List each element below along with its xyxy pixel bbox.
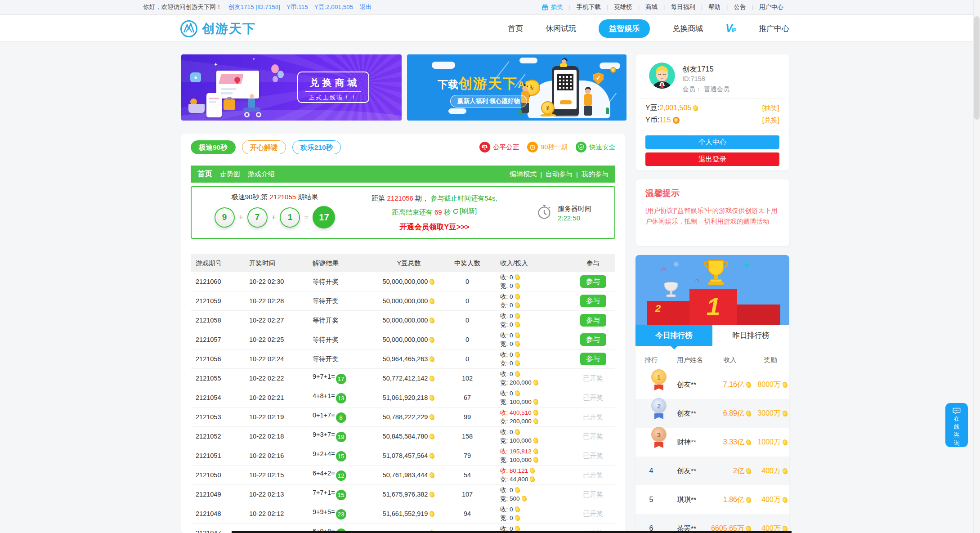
online-support-button[interactable]: 在线咨询 bbox=[945, 403, 968, 447]
rank-tab[interactable]: 昨日排行榜 bbox=[712, 325, 789, 346]
logo-icon bbox=[180, 20, 198, 38]
nav-item-首页[interactable]: 首页 bbox=[508, 23, 523, 34]
result-formula: 9+7+1= bbox=[313, 373, 335, 380]
cell-issue: 2121053 bbox=[191, 413, 249, 421]
illustration-person-head bbox=[250, 94, 254, 99]
illustration-basket bbox=[188, 104, 205, 113]
profile-button[interactable]: 个人中心 bbox=[645, 135, 779, 149]
subnav-item[interactable]: 游戏介绍 bbox=[248, 170, 275, 179]
cell-income-bet: 收: 0竞: 100,000 bbox=[490, 389, 571, 406]
coin-icon bbox=[533, 437, 539, 444]
cell-income-bet: 收: 400,510竞: 200,000 bbox=[490, 408, 571, 426]
topbar-menu-item[interactable]: 每日福利 bbox=[665, 0, 701, 14]
rank-reward: 400万 bbox=[752, 466, 789, 476]
bet-label: 竞: 100,000 bbox=[500, 399, 532, 405]
join-button[interactable]: 参与 bbox=[580, 275, 606, 288]
cell-winners: 79 bbox=[445, 452, 490, 459]
cell-action: 已开奖 bbox=[571, 490, 615, 499]
server-time-section: 服务器时间 2:22:50 bbox=[513, 187, 614, 238]
gear-decor: ❋ bbox=[673, 260, 679, 269]
join-button[interactable]: 参与 bbox=[580, 314, 606, 327]
subnav-item[interactable]: 自动参与 bbox=[546, 170, 573, 179]
result-ball: 1 bbox=[280, 207, 300, 228]
topbar-menu: 抽奖|手机下载|英雄榜|商城|每日福利|帮助|公告|用户中心 bbox=[536, 0, 789, 14]
topbar-menu-label: 商城 bbox=[645, 0, 658, 14]
nav-item-休闲试玩[interactable]: 休闲试玩 bbox=[546, 23, 576, 34]
banner-app-download[interactable]: ¥ ¥ ✓ 下载创游天下APP 赢新人福利 领心愿好物 bbox=[407, 54, 626, 121]
footer-bar bbox=[232, 531, 792, 533]
income-label: 收: 0 bbox=[500, 371, 513, 377]
logout-button[interactable]: 退出登录 bbox=[645, 152, 779, 166]
cell-total: 50,761,983,444 bbox=[373, 471, 445, 479]
coin-icon bbox=[529, 476, 536, 483]
game-tab[interactable]: 开心解谜 bbox=[242, 140, 286, 154]
subnav-item[interactable]: 我的参与 bbox=[582, 170, 609, 179]
banner-exchange-mall[interactable]: ★ ✦ ✦ 兑换商城 正式上线啦！！ bbox=[181, 54, 402, 121]
result-issue: 2121055 bbox=[270, 193, 296, 201]
avatar[interactable] bbox=[649, 63, 675, 89]
cell-income-bet: 收: 0竞: 0 bbox=[490, 273, 571, 290]
illustration-person bbox=[585, 89, 591, 94]
cell-result: 等待开奖 bbox=[308, 316, 373, 325]
topbar-menu-item[interactable]: 商城 bbox=[640, 0, 663, 14]
rank-row: 3财神**3.33亿1000万 bbox=[635, 428, 789, 457]
topbar-menu-item[interactable]: 抽奖 bbox=[536, 0, 569, 14]
nav-item-益智娱乐[interactable]: 益智娱乐 bbox=[599, 19, 650, 38]
income-line: 收: 0 bbox=[500, 370, 571, 378]
topbar-menu-item[interactable]: 用户中心 bbox=[753, 0, 789, 14]
refresh-link[interactable]: [刷新] bbox=[452, 207, 477, 215]
silver-cup-icon bbox=[661, 281, 681, 301]
topbar-ybean: Y豆:2,001,505 bbox=[314, 0, 353, 14]
scrollbar-thumb[interactable] bbox=[974, 16, 980, 120]
lottery-link[interactable]: [抽奖] bbox=[762, 104, 779, 112]
join-button[interactable]: 参与 bbox=[580, 353, 606, 365]
browser-scrollbar[interactable] bbox=[973, 0, 980, 533]
nav-item-推广中心[interactable]: 推广中心 bbox=[759, 23, 789, 34]
coin-icon bbox=[514, 274, 521, 281]
cell-income-bet: 收: 0竞: 500 bbox=[490, 486, 571, 503]
topbar-menu-item[interactable]: 公告 bbox=[728, 0, 752, 14]
coin-icon bbox=[514, 351, 521, 358]
rank-income: 2亿 bbox=[708, 466, 752, 476]
cell-issue: 2121049 bbox=[191, 491, 249, 498]
arc-decor: ◡ bbox=[694, 278, 700, 285]
subnav-item[interactable]: 编辑模式 bbox=[510, 170, 537, 179]
scales-icon bbox=[482, 144, 488, 150]
game-tab[interactable]: 欢乐210秒 bbox=[292, 140, 341, 154]
rank-tab[interactable]: 今日排行榜 bbox=[635, 325, 712, 346]
game-tabs: 极速90秒开心解谜欢乐210秒 bbox=[191, 140, 341, 154]
topbar-user-link[interactable]: 创友1715 [ID:7158] bbox=[228, 0, 281, 14]
nav-item-兑换商城[interactable]: 兑换商城 bbox=[672, 23, 703, 34]
nav-item-VIP[interactable]: VIP bbox=[725, 22, 736, 35]
result-sum-badge: 15 bbox=[336, 490, 346, 500]
subnav-item[interactable]: 走势图 bbox=[220, 170, 240, 179]
bet-line: 竞: 200,000 bbox=[500, 417, 571, 426]
bet-line: 竞: 100,000 bbox=[500, 398, 571, 406]
topbar-menu-item[interactable]: 帮助 bbox=[703, 0, 726, 14]
cell-time: 10-22 02:16 bbox=[249, 452, 308, 459]
subnav-separator: | bbox=[576, 170, 578, 178]
exchange-link[interactable]: [兑换] bbox=[762, 116, 779, 125]
topbar-logout-link[interactable]: 退出 bbox=[359, 0, 371, 14]
cell-result: 0+1+7=8 bbox=[308, 412, 373, 423]
site-logo[interactable]: 创游天下 bbox=[180, 20, 256, 38]
game-tab[interactable]: 极速90秒 bbox=[191, 140, 236, 154]
rank-income: 3.33亿 bbox=[708, 438, 752, 447]
rank-income: 6.89亿 bbox=[708, 409, 752, 418]
end-seconds: 69 bbox=[434, 208, 442, 216]
ycoin-icon: Y bbox=[673, 117, 680, 124]
banner-headline: 下载创游天下APP bbox=[438, 74, 538, 93]
banner-title: 兑换商城 bbox=[298, 76, 368, 89]
notice-body: [用户协议]"益智娱乐"中的游戏仅供创游天下用户休闲娱乐，抵制一切利用游戏的赌博… bbox=[645, 205, 779, 227]
topbar-menu-item[interactable]: 手机下载 bbox=[570, 0, 606, 14]
cloud-decor bbox=[600, 63, 620, 69]
welcome-text: 你好，欢迎访问创游天下网！ bbox=[143, 0, 222, 14]
topbar-menu-item[interactable]: 英雄榜 bbox=[608, 0, 638, 14]
join-button[interactable]: 参与 bbox=[580, 295, 606, 307]
join-button[interactable]: 参与 bbox=[580, 333, 606, 346]
vip-claim-link[interactable]: 开通会员领取Y豆>>> bbox=[358, 222, 511, 232]
game-history-table: 游戏期号开奖时间解谜结果Y豆总数中奖人数收入/投入参与 212106010-22… bbox=[191, 254, 615, 533]
subnav-item[interactable]: 首页 bbox=[197, 169, 212, 179]
cell-issue: 2121058 bbox=[191, 317, 249, 324]
badge-label: 90秒一期 bbox=[541, 143, 568, 152]
